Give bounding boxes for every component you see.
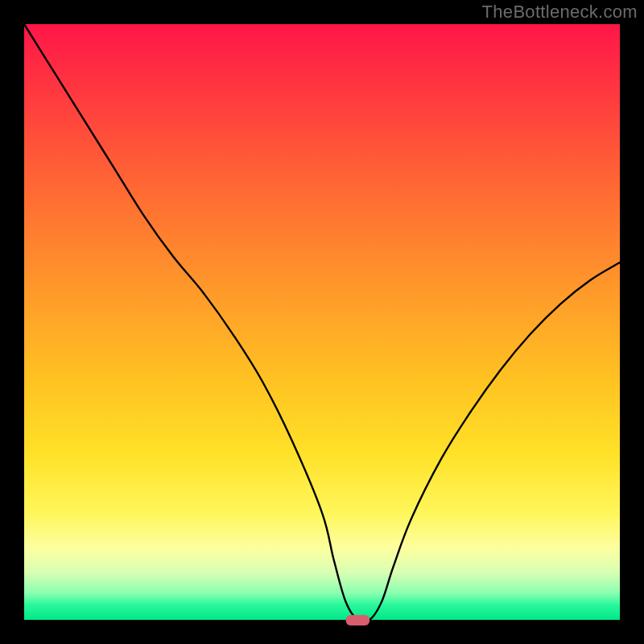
plot-background — [24, 24, 620, 620]
watermark-text: TheBottleneck.com — [482, 2, 638, 23]
bottleneck-chart — [0, 0, 644, 644]
chart-container: { "watermark": "TheBottleneck.com", "cha… — [0, 0, 644, 644]
optimal-point-marker — [346, 615, 370, 625]
